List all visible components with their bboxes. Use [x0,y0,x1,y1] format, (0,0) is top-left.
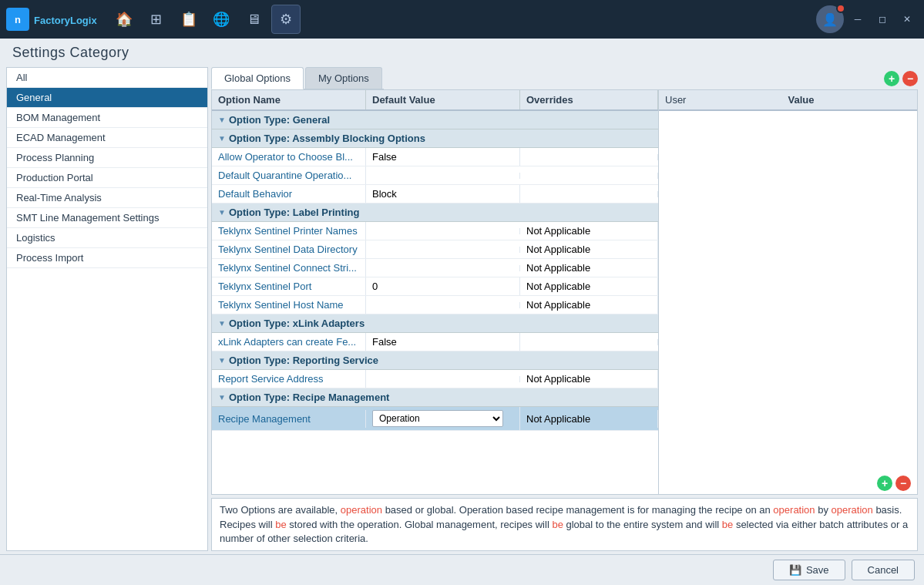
overrides-body [659,111,917,472]
table-row[interactable]: Teklynx Sentinel Data DirectoryNot Appli… [212,240,658,259]
option-name-cell: Teklynx Sentinel Port [212,277,366,295]
option-name-cell: Teklynx Sentinel Data Directory [212,240,366,258]
table-row[interactable]: Default BehaviorBlock [212,185,658,203]
nav-layers-icon[interactable]: 📋 [174,5,203,34]
description-highlight-be2: be [552,519,563,530]
footer: 💾 Save Cancel [0,554,924,585]
remove-override-button[interactable]: − [895,476,911,491]
table-header: Option Name Default Value Overrides [212,90,658,111]
sidebar-item-real-time-analysis[interactable]: Real-Time Analysis [7,188,207,208]
section-header: ▼Option Type: General [212,111,658,129]
user-avatar[interactable]: 👤 [816,5,844,33]
override-cell: Not Applicable [520,370,658,388]
overrides-actions: + − [659,472,917,494]
default-value-cell [366,376,520,382]
tab-my-options[interactable]: My Options [305,67,382,89]
titlebar: n FactoryLogix 🏠 ⊞ 📋 🌐 🖥 ⚙ 👤 ─ ◻ ✕ [0,0,924,39]
option-name-cell: Default Quarantine Operatio... [212,166,366,184]
collapse-icon[interactable]: ▼ [218,116,226,124]
override-cell: Not Applicable [520,296,658,314]
panel-title: Settings Category [0,39,924,64]
sidebar-item-all[interactable]: All [7,68,207,88]
default-value-cell[interactable]: OperationGlobal [366,407,520,430]
overrides-col-value: Value [788,94,912,106]
nav-grid-icon[interactable]: ⊞ [142,5,171,34]
header-default-value: Default Value [366,90,520,109]
override-cell: Not Applicable [520,259,658,277]
value-select[interactable]: OperationGlobal [372,410,503,427]
description-text: Two Options are available, operation bas… [220,504,908,543]
nav-globe-icon[interactable]: 🌐 [207,5,236,34]
description-highlight-operation2: operation [773,504,815,516]
table-row[interactable]: Teklynx Sentinel Connect Stri...Not Appl… [212,259,658,277]
add-override-button[interactable]: + [877,476,892,491]
sidebar-item-ecad-management[interactable]: ECAD Management [7,128,207,148]
content-area: AllGeneralBOM ManagementECAD ManagementP… [0,64,924,554]
collapse-icon[interactable]: ▼ [218,319,226,328]
table-row[interactable]: Recipe ManagementOperationGlobalNot Appl… [212,407,658,431]
minimize-button[interactable]: ─ [847,8,869,30]
sidebar-item-process-import[interactable]: Process Import [7,248,207,268]
section-header: ▼Option Type: Assembly Blocking Options [212,129,658,148]
collapse-icon[interactable]: ▼ [218,134,226,143]
collapse-icon[interactable]: ▼ [218,393,226,402]
nav-monitor-icon[interactable]: 🖥 [239,5,268,34]
tabs: Global Options My Options [211,67,384,89]
option-name-cell: Teklynx Sentinel Printer Names [212,222,366,240]
default-value-cell [366,173,520,179]
table-row[interactable]: xLink Adapters can create Fe...False [212,333,658,351]
default-value-cell [366,247,520,253]
description-box: Two Options are available, operation bas… [211,498,918,551]
override-cell: Not Applicable [520,410,658,428]
override-cell [520,173,658,179]
section-header: ▼Option Type: Reporting Service [212,351,658,370]
option-name-cell: Teklynx Sentinel Host Name [212,296,366,314]
table-body: ▼Option Type: General▼Option Type: Assem… [212,111,658,494]
overrides-col-user: User [665,94,788,106]
override-cell: Not Applicable [520,222,658,240]
description-highlight-operation: operation [341,504,382,516]
description-highlight-operation3: operation [832,504,873,516]
add-option-button[interactable]: + [884,71,899,86]
option-name-cell: Allow Operator to Choose Bl... [212,148,366,166]
option-name-cell: Teklynx Sentinel Connect Stri... [212,259,366,277]
save-icon: 💾 [789,564,801,576]
table-row[interactable]: Teklynx Sentinel Printer NamesNot Applic… [212,222,658,240]
table-row[interactable]: Teklynx Sentinel Host NameNot Applicable [212,296,658,314]
header-option-name: Option Name [212,90,366,109]
cancel-button[interactable]: Cancel [852,560,915,580]
sidebar-item-bom-management[interactable]: BOM Management [7,108,207,128]
close-button[interactable]: ✕ [896,8,918,30]
nav-home-icon[interactable]: 🏠 [109,5,139,34]
override-cell [520,154,658,160]
collapse-icon[interactable]: ▼ [218,356,226,365]
override-cell [520,191,658,197]
option-name-cell: xLink Adapters can create Fe... [212,333,366,351]
user-badge [836,4,845,13]
tab-global-options[interactable]: Global Options [211,67,304,89]
table-row[interactable]: Default Quarantine Operatio... [212,166,658,185]
section-header: ▼Option Type: Label Printing [212,203,658,222]
default-value-cell [366,302,520,308]
logo-box: n [6,8,29,31]
sidebar-item-smt-line-management-settings[interactable]: SMT Line Management Settings [7,208,207,228]
save-button[interactable]: 💾 Save [773,560,845,580]
remove-option-button[interactable]: − [902,71,918,86]
right-panel: Global Options My Options + − Option Nam… [211,67,918,551]
default-value-cell: False [366,333,520,351]
option-name-cell: Default Behavior [212,185,366,203]
sidebar-item-process-planning[interactable]: Process Planning [7,148,207,168]
sidebar-item-logistics[interactable]: Logistics [7,228,207,248]
nav-settings-icon[interactable]: ⚙ [271,5,301,34]
sidebar-item-general[interactable]: General [7,88,207,108]
table-container: Option Name Default Value Overrides ▼Opt… [211,89,918,495]
app-name: FactoryLogix [34,12,97,28]
restore-button[interactable]: ◻ [872,8,893,30]
sidebar-item-production-portal[interactable]: Production Portal [7,168,207,188]
table-row[interactable]: Allow Operator to Choose Bl...False [212,148,658,166]
collapse-icon[interactable]: ▼ [218,208,226,217]
section-header: ▼Option Type: Recipe Management [212,388,658,407]
sidebar: AllGeneralBOM ManagementECAD ManagementP… [6,67,208,551]
table-row[interactable]: Report Service AddressNot Applicable [212,370,658,388]
table-row[interactable]: Teklynx Sentinel Port0Not Applicable [212,277,658,296]
